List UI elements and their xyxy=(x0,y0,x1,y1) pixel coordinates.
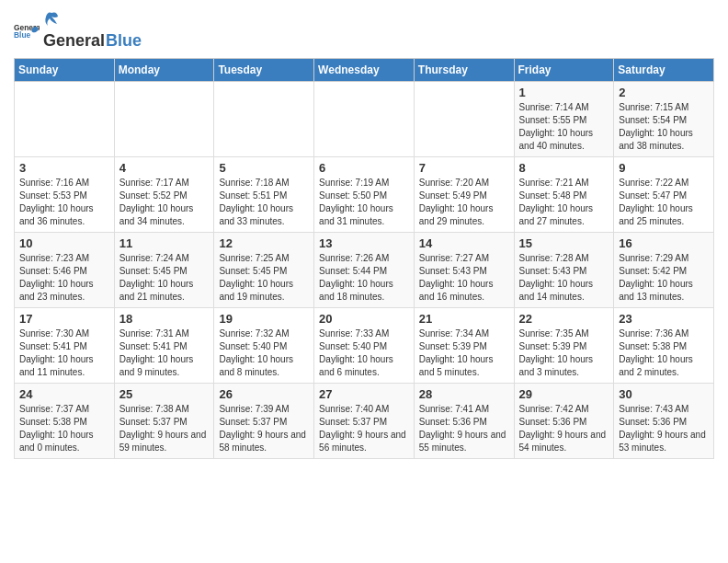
day-number: 23 xyxy=(619,312,709,326)
logo: General Blue General Blue xyxy=(14,9,142,51)
day-number: 17 xyxy=(19,312,109,326)
day-number: 27 xyxy=(319,387,409,401)
calendar-week-row: 24Sunrise: 7:37 AM Sunset: 5:38 PM Dayli… xyxy=(15,384,714,459)
day-number: 25 xyxy=(119,387,210,401)
calendar-cell: 28Sunrise: 7:41 AM Sunset: 5:36 PM Dayli… xyxy=(414,384,514,459)
logo-icon: General Blue xyxy=(14,17,40,43)
svg-text:Blue: Blue xyxy=(14,30,30,40)
day-info: Sunrise: 7:28 AM Sunset: 5:43 PM Dayligh… xyxy=(519,252,609,304)
day-number: 19 xyxy=(219,312,309,326)
day-number: 18 xyxy=(119,312,210,326)
calendar-week-row: 3Sunrise: 7:16 AM Sunset: 5:53 PM Daylig… xyxy=(15,157,714,233)
day-number: 13 xyxy=(319,236,409,250)
day-info: Sunrise: 7:29 AM Sunset: 5:42 PM Dayligh… xyxy=(619,252,709,304)
day-info: Sunrise: 7:17 AM Sunset: 5:52 PM Dayligh… xyxy=(119,177,210,228)
day-info: Sunrise: 7:38 AM Sunset: 5:37 PM Dayligh… xyxy=(119,403,210,454)
weekday-header: Friday xyxy=(514,59,614,82)
day-number: 20 xyxy=(319,312,409,326)
calendar-week-row: 10Sunrise: 7:23 AM Sunset: 5:46 PM Dayli… xyxy=(15,233,714,308)
calendar-cell: 18Sunrise: 7:31 AM Sunset: 5:41 PM Dayli… xyxy=(114,308,214,384)
calendar-cell: 23Sunrise: 7:36 AM Sunset: 5:38 PM Dayli… xyxy=(614,308,714,384)
day-info: Sunrise: 7:23 AM Sunset: 5:46 PM Dayligh… xyxy=(19,252,109,304)
calendar-cell xyxy=(414,82,514,157)
calendar-body: 1Sunrise: 7:14 AM Sunset: 5:55 PM Daylig… xyxy=(15,82,714,459)
day-info: Sunrise: 7:18 AM Sunset: 5:51 PM Dayligh… xyxy=(219,177,309,228)
calendar-cell: 17Sunrise: 7:30 AM Sunset: 5:41 PM Dayli… xyxy=(15,308,115,384)
calendar-cell xyxy=(15,82,115,157)
day-info: Sunrise: 7:37 AM Sunset: 5:38 PM Dayligh… xyxy=(19,403,109,454)
day-number: 29 xyxy=(519,387,609,401)
day-info: Sunrise: 7:41 AM Sunset: 5:36 PM Dayligh… xyxy=(419,403,509,454)
calendar-cell: 26Sunrise: 7:39 AM Sunset: 5:37 PM Dayli… xyxy=(214,384,314,459)
day-info: Sunrise: 7:31 AM Sunset: 5:41 PM Dayligh… xyxy=(119,327,210,379)
day-info: Sunrise: 7:27 AM Sunset: 5:43 PM Dayligh… xyxy=(419,252,509,304)
day-info: Sunrise: 7:25 AM Sunset: 5:45 PM Dayligh… xyxy=(219,252,309,304)
calendar-cell: 15Sunrise: 7:28 AM Sunset: 5:43 PM Dayli… xyxy=(514,233,614,308)
day-number: 22 xyxy=(519,312,609,326)
day-number: 11 xyxy=(119,236,210,250)
calendar-cell: 30Sunrise: 7:43 AM Sunset: 5:36 PM Dayli… xyxy=(614,384,714,459)
weekday-header: Wednesday xyxy=(314,59,415,82)
weekday-header: Monday xyxy=(114,59,214,82)
calendar-cell: 21Sunrise: 7:34 AM Sunset: 5:39 PM Dayli… xyxy=(414,308,514,384)
day-number: 10 xyxy=(19,236,109,250)
day-number: 16 xyxy=(619,236,709,250)
calendar-week-row: 1Sunrise: 7:14 AM Sunset: 5:55 PM Daylig… xyxy=(15,82,714,157)
calendar-cell: 10Sunrise: 7:23 AM Sunset: 5:46 PM Dayli… xyxy=(15,233,115,308)
day-info: Sunrise: 7:14 AM Sunset: 5:55 PM Dayligh… xyxy=(519,101,609,153)
calendar-cell: 8Sunrise: 7:21 AM Sunset: 5:48 PM Daylig… xyxy=(514,157,614,233)
calendar-cell: 5Sunrise: 7:18 AM Sunset: 5:51 PM Daylig… xyxy=(214,157,314,233)
calendar-cell xyxy=(114,82,214,157)
day-number: 2 xyxy=(619,86,709,99)
day-number: 6 xyxy=(319,161,409,175)
calendar-cell: 22Sunrise: 7:35 AM Sunset: 5:39 PM Dayli… xyxy=(514,308,614,384)
logo-bird-icon xyxy=(44,9,59,28)
calendar-table: SundayMondayTuesdayWednesdayThursdayFrid… xyxy=(14,58,714,459)
calendar-cell: 7Sunrise: 7:20 AM Sunset: 5:49 PM Daylig… xyxy=(414,157,514,233)
day-info: Sunrise: 7:43 AM Sunset: 5:36 PM Dayligh… xyxy=(619,403,709,454)
day-info: Sunrise: 7:33 AM Sunset: 5:40 PM Dayligh… xyxy=(319,327,409,379)
day-info: Sunrise: 7:21 AM Sunset: 5:48 PM Dayligh… xyxy=(519,177,609,228)
day-info: Sunrise: 7:40 AM Sunset: 5:37 PM Dayligh… xyxy=(319,403,409,454)
calendar-header-row: SundayMondayTuesdayWednesdayThursdayFrid… xyxy=(15,59,714,82)
weekday-header: Saturday xyxy=(614,59,714,82)
day-number: 7 xyxy=(419,161,509,175)
calendar-cell: 1Sunrise: 7:14 AM Sunset: 5:55 PM Daylig… xyxy=(514,82,614,157)
weekday-header: Sunday xyxy=(15,59,115,82)
page-container: General Blue General Blue xyxy=(0,0,728,468)
day-number: 24 xyxy=(19,387,109,401)
day-info: Sunrise: 7:22 AM Sunset: 5:47 PM Dayligh… xyxy=(619,177,709,228)
day-info: Sunrise: 7:32 AM Sunset: 5:40 PM Dayligh… xyxy=(219,327,309,379)
calendar-cell: 2Sunrise: 7:15 AM Sunset: 5:54 PM Daylig… xyxy=(614,82,714,157)
day-info: Sunrise: 7:20 AM Sunset: 5:49 PM Dayligh… xyxy=(419,177,509,228)
calendar-cell: 27Sunrise: 7:40 AM Sunset: 5:37 PM Dayli… xyxy=(314,384,415,459)
calendar-cell: 19Sunrise: 7:32 AM Sunset: 5:40 PM Dayli… xyxy=(214,308,314,384)
calendar-cell: 13Sunrise: 7:26 AM Sunset: 5:44 PM Dayli… xyxy=(314,233,415,308)
calendar-cell: 29Sunrise: 7:42 AM Sunset: 5:36 PM Dayli… xyxy=(514,384,614,459)
day-info: Sunrise: 7:42 AM Sunset: 5:36 PM Dayligh… xyxy=(519,403,609,454)
day-number: 3 xyxy=(19,161,109,175)
calendar-cell xyxy=(214,82,314,157)
day-info: Sunrise: 7:30 AM Sunset: 5:41 PM Dayligh… xyxy=(19,327,109,379)
calendar-cell: 25Sunrise: 7:38 AM Sunset: 5:37 PM Dayli… xyxy=(114,384,214,459)
day-info: Sunrise: 7:15 AM Sunset: 5:54 PM Dayligh… xyxy=(619,101,709,153)
calendar-week-row: 17Sunrise: 7:30 AM Sunset: 5:41 PM Dayli… xyxy=(15,308,714,384)
day-number: 28 xyxy=(419,387,509,401)
calendar-cell: 20Sunrise: 7:33 AM Sunset: 5:40 PM Dayli… xyxy=(314,308,415,384)
day-number: 14 xyxy=(419,236,509,250)
calendar-cell: 9Sunrise: 7:22 AM Sunset: 5:47 PM Daylig… xyxy=(614,157,714,233)
calendar-cell: 3Sunrise: 7:16 AM Sunset: 5:53 PM Daylig… xyxy=(15,157,115,233)
day-number: 30 xyxy=(619,387,709,401)
day-info: Sunrise: 7:19 AM Sunset: 5:50 PM Dayligh… xyxy=(319,177,409,228)
day-info: Sunrise: 7:26 AM Sunset: 5:44 PM Dayligh… xyxy=(319,252,409,304)
day-info: Sunrise: 7:24 AM Sunset: 5:45 PM Dayligh… xyxy=(119,252,210,304)
day-info: Sunrise: 7:16 AM Sunset: 5:53 PM Dayligh… xyxy=(19,177,109,228)
calendar-cell: 14Sunrise: 7:27 AM Sunset: 5:43 PM Dayli… xyxy=(414,233,514,308)
logo-blue-label: Blue xyxy=(106,31,142,51)
calendar-cell: 16Sunrise: 7:29 AM Sunset: 5:42 PM Dayli… xyxy=(614,233,714,308)
calendar-cell: 11Sunrise: 7:24 AM Sunset: 5:45 PM Dayli… xyxy=(114,233,214,308)
weekday-header: Tuesday xyxy=(214,59,314,82)
calendar-cell: 24Sunrise: 7:37 AM Sunset: 5:38 PM Dayli… xyxy=(15,384,115,459)
day-number: 8 xyxy=(519,161,609,175)
weekday-header: Thursday xyxy=(414,59,514,82)
